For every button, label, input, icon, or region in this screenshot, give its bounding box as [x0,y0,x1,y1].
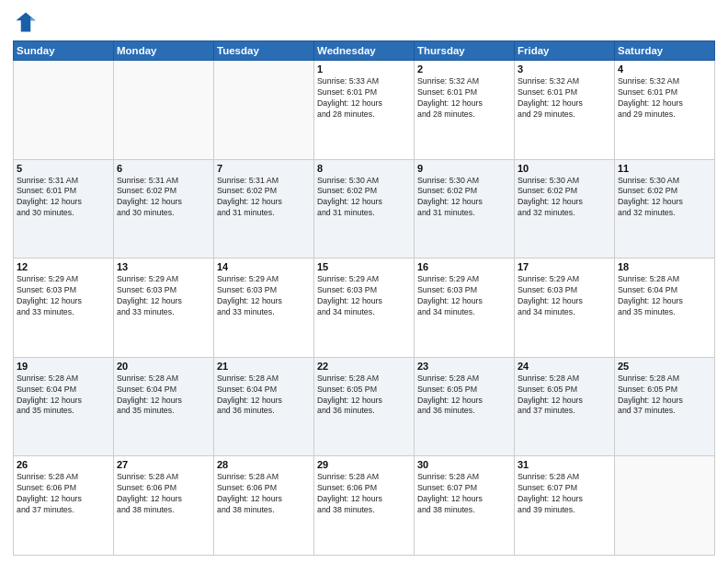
day-cell: 12Sunrise: 5:29 AM Sunset: 6:03 PM Dayli… [14,259,114,358]
col-header-thursday: Thursday [415,41,515,61]
day-cell: 2Sunrise: 5:32 AM Sunset: 6:01 PM Daylig… [415,61,515,160]
day-cell [214,61,314,160]
day-cell: 22Sunrise: 5:28 AM Sunset: 6:05 PM Dayli… [314,357,415,456]
logo [13,9,42,35]
col-header-monday: Monday [114,41,214,61]
svg-marker-0 [17,13,36,32]
day-info: Sunrise: 5:28 AM Sunset: 6:05 PM Dayligh… [618,373,711,418]
day-number: 1 [317,63,411,75]
day-number: 29 [317,459,411,470]
day-number: 16 [417,261,511,272]
day-cell: 31Sunrise: 5:28 AM Sunset: 6:07 PM Dayli… [515,456,615,556]
day-number: 25 [618,361,711,372]
day-number: 5 [17,163,110,174]
day-info: Sunrise: 5:29 AM Sunset: 6:03 PM Dayligh… [17,274,110,318]
day-cell [114,61,214,160]
day-number: 22 [317,361,411,372]
day-cell: 1Sunrise: 5:33 AM Sunset: 6:01 PM Daylig… [314,61,415,160]
day-info: Sunrise: 5:29 AM Sunset: 6:03 PM Dayligh… [417,274,511,318]
day-cell: 11Sunrise: 5:30 AM Sunset: 6:02 PM Dayli… [615,159,715,259]
day-number: 3 [518,63,611,75]
day-number: 15 [317,261,411,272]
day-number: 7 [217,163,311,174]
day-number: 6 [117,163,210,174]
day-cell: 3Sunrise: 5:32 AM Sunset: 6:01 PM Daylig… [515,61,615,160]
day-number: 9 [417,163,511,174]
day-info: Sunrise: 5:33 AM Sunset: 6:01 PM Dayligh… [317,76,411,121]
week-row-5: 26Sunrise: 5:28 AM Sunset: 6:06 PM Dayli… [14,456,715,556]
day-cell: 19Sunrise: 5:28 AM Sunset: 6:04 PM Dayli… [14,357,114,456]
day-cell: 23Sunrise: 5:28 AM Sunset: 6:05 PM Dayli… [415,357,515,456]
day-info: Sunrise: 5:28 AM Sunset: 6:06 PM Dayligh… [317,472,411,516]
day-number: 2 [417,63,511,75]
day-info: Sunrise: 5:28 AM Sunset: 6:05 PM Dayligh… [317,373,411,418]
day-cell: 21Sunrise: 5:28 AM Sunset: 6:04 PM Dayli… [214,357,314,456]
day-cell: 8Sunrise: 5:30 AM Sunset: 6:02 PM Daylig… [314,159,415,259]
day-number: 13 [117,261,210,272]
day-info: Sunrise: 5:28 AM Sunset: 6:05 PM Dayligh… [417,373,511,418]
day-info: Sunrise: 5:30 AM Sunset: 6:02 PM Dayligh… [417,176,511,220]
day-cell: 17Sunrise: 5:29 AM Sunset: 6:03 PM Dayli… [515,259,615,358]
week-row-4: 19Sunrise: 5:28 AM Sunset: 6:04 PM Dayli… [14,357,715,456]
day-cell [615,456,715,556]
day-cell: 24Sunrise: 5:28 AM Sunset: 6:05 PM Dayli… [515,357,615,456]
day-cell: 16Sunrise: 5:29 AM Sunset: 6:03 PM Dayli… [415,259,515,358]
day-number: 21 [217,361,311,372]
day-cell: 30Sunrise: 5:28 AM Sunset: 6:07 PM Dayli… [415,456,515,556]
header [13,9,715,35]
day-info: Sunrise: 5:32 AM Sunset: 6:01 PM Dayligh… [518,76,611,121]
day-number: 4 [618,63,711,75]
day-cell: 29Sunrise: 5:28 AM Sunset: 6:06 PM Dayli… [314,456,415,556]
day-cell: 26Sunrise: 5:28 AM Sunset: 6:06 PM Dayli… [14,456,114,556]
day-number: 23 [417,361,511,372]
day-cell: 6Sunrise: 5:31 AM Sunset: 6:02 PM Daylig… [114,159,214,259]
day-number: 14 [217,261,311,272]
week-row-2: 5Sunrise: 5:31 AM Sunset: 6:01 PM Daylig… [14,159,715,259]
day-number: 19 [17,361,110,372]
logo-icon [13,9,39,35]
page: SundayMondayTuesdayWednesdayThursdayFrid… [0,0,728,563]
day-info: Sunrise: 5:28 AM Sunset: 6:04 PM Dayligh… [217,373,311,418]
day-info: Sunrise: 5:28 AM Sunset: 6:06 PM Dayligh… [17,472,110,516]
day-info: Sunrise: 5:28 AM Sunset: 6:05 PM Dayligh… [518,373,611,418]
day-number: 24 [518,361,611,372]
day-info: Sunrise: 5:30 AM Sunset: 6:02 PM Dayligh… [618,176,711,220]
day-cell: 15Sunrise: 5:29 AM Sunset: 6:03 PM Dayli… [314,259,415,358]
day-number: 18 [618,261,711,272]
day-cell [14,61,114,160]
day-cell: 10Sunrise: 5:30 AM Sunset: 6:02 PM Dayli… [515,159,615,259]
day-info: Sunrise: 5:28 AM Sunset: 6:07 PM Dayligh… [518,472,611,516]
day-info: Sunrise: 5:31 AM Sunset: 6:02 PM Dayligh… [117,176,210,220]
day-number: 11 [618,163,711,174]
day-cell: 20Sunrise: 5:28 AM Sunset: 6:04 PM Dayli… [114,357,214,456]
day-info: Sunrise: 5:28 AM Sunset: 6:07 PM Dayligh… [417,472,511,516]
day-info: Sunrise: 5:30 AM Sunset: 6:02 PM Dayligh… [317,176,411,220]
day-cell: 18Sunrise: 5:28 AM Sunset: 6:04 PM Dayli… [615,259,715,358]
day-info: Sunrise: 5:31 AM Sunset: 6:01 PM Dayligh… [17,176,110,220]
day-info: Sunrise: 5:29 AM Sunset: 6:03 PM Dayligh… [518,274,611,318]
week-row-1: 1Sunrise: 5:33 AM Sunset: 6:01 PM Daylig… [14,61,715,160]
day-cell: 7Sunrise: 5:31 AM Sunset: 6:02 PM Daylig… [214,159,314,259]
day-cell: 27Sunrise: 5:28 AM Sunset: 6:06 PM Dayli… [114,456,214,556]
day-cell: 5Sunrise: 5:31 AM Sunset: 6:01 PM Daylig… [14,159,114,259]
day-info: Sunrise: 5:32 AM Sunset: 6:01 PM Dayligh… [417,76,511,121]
day-number: 31 [518,459,611,470]
day-info: Sunrise: 5:28 AM Sunset: 6:06 PM Dayligh… [217,472,311,516]
day-info: Sunrise: 5:32 AM Sunset: 6:01 PM Dayligh… [618,76,711,121]
col-header-saturday: Saturday [615,41,715,61]
day-cell: 9Sunrise: 5:30 AM Sunset: 6:02 PM Daylig… [415,159,515,259]
day-cell: 25Sunrise: 5:28 AM Sunset: 6:05 PM Dayli… [615,357,715,456]
day-cell: 13Sunrise: 5:29 AM Sunset: 6:03 PM Dayli… [114,259,214,358]
day-number: 27 [117,459,210,470]
day-info: Sunrise: 5:30 AM Sunset: 6:02 PM Dayligh… [518,176,611,220]
day-cell: 4Sunrise: 5:32 AM Sunset: 6:01 PM Daylig… [615,61,715,160]
day-info: Sunrise: 5:28 AM Sunset: 6:04 PM Dayligh… [17,373,110,418]
day-number: 17 [518,261,611,272]
day-number: 30 [417,459,511,470]
day-number: 26 [17,459,110,470]
day-number: 12 [17,261,110,272]
day-info: Sunrise: 5:29 AM Sunset: 6:03 PM Dayligh… [317,274,411,318]
day-info: Sunrise: 5:29 AM Sunset: 6:03 PM Dayligh… [117,274,210,318]
header-row: SundayMondayTuesdayWednesdayThursdayFrid… [14,41,715,61]
col-header-sunday: Sunday [14,41,114,61]
